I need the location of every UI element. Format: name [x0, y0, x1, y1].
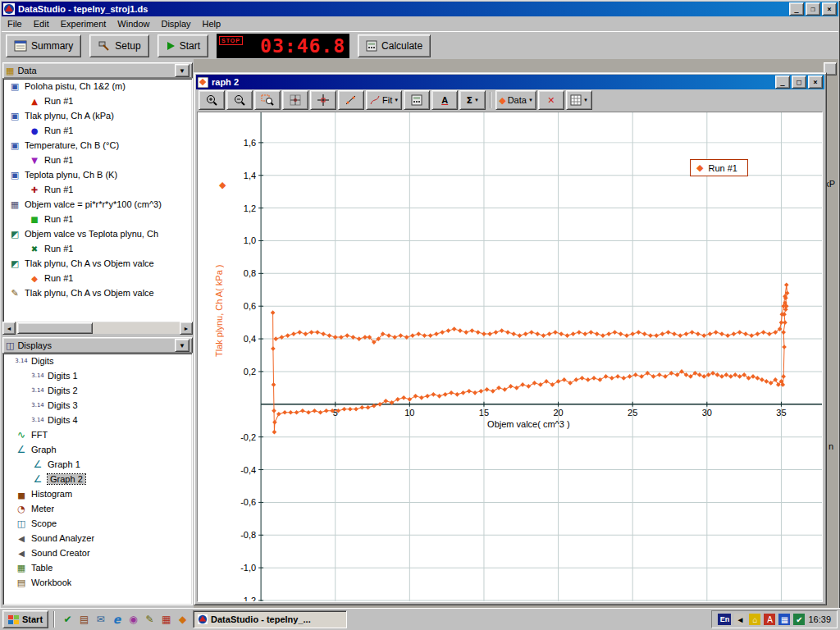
displays-panel-dropdown-button[interactable]: ▼ — [175, 339, 189, 352]
displays-panel-header[interactable]: ◫ Displays ▼ — [2, 337, 193, 354]
run-label: Run #1 — [44, 126, 73, 135]
title-bar[interactable]: DataStudio - tepelny_stroj1.ds _ ❐ × — [2, 2, 838, 16]
zoom-in-button[interactable] — [199, 90, 225, 110]
menu-help[interactable]: Help — [197, 17, 227, 30]
zoom-out-button[interactable] — [226, 90, 253, 110]
menu-file[interactable]: File — [2, 17, 28, 30]
display-child-item[interactable]: 3.14Digits 4 — [3, 413, 192, 427]
scale-to-fit-button[interactable] — [282, 90, 308, 110]
display-child-item[interactable]: 3.14Digits 3 — [3, 398, 192, 413]
data-source-item[interactable]: ▣Poloha pistu, Ch 1&2 (m) — [3, 79, 192, 94]
minimize-icon[interactable]: _ — [789, 2, 804, 16]
display-item[interactable]: ∿FFT — [3, 427, 192, 442]
data-source-item[interactable]: ◩Tlak plynu, Ch A vs Objem valce — [3, 256, 192, 271]
display-child-item[interactable]: 3.14Digits 2 — [3, 383, 192, 398]
data-source-item[interactable]: ✎Tlak plynu, Ch A vs Objem valce — [3, 285, 192, 300]
data-source-item[interactable]: ▦Objem valce = pi*r*r*y*100 (cm^3) — [3, 197, 192, 212]
setup-button[interactable]: Setup — [89, 34, 148, 57]
display-item[interactable]: ◀Sound Creator — [3, 546, 192, 560]
data-source-item[interactable]: ▣Teplota plynu, Ch B (K) — [3, 167, 192, 182]
graph-title-bar[interactable]: raph 2 _ □ × — [196, 75, 824, 89]
menu-bar: FileEditExperimentWindowDisplayHelp — [2, 16, 838, 30]
quicklaunch-icon-8[interactable]: ◆ — [175, 612, 190, 628]
tray-scheduler-icon[interactable]: ⌂ — [749, 614, 760, 625]
display-item[interactable]: ◀Sound Analyzer — [3, 531, 192, 546]
quicklaunch-icon-4[interactable]: e — [109, 612, 125, 628]
chart-legend[interactable]: ◆ Run #1 — [690, 159, 748, 176]
data-source-item[interactable]: ▣Temperature, Ch B (°C) — [3, 138, 192, 153]
scale-to-fit-icon — [289, 94, 302, 107]
display-item[interactable]: 3.14Digits — [3, 354, 192, 368]
display-item[interactable]: ◫Scope — [3, 516, 192, 531]
taskbar-task-button[interactable]: DataStudio - tepelny_... — [193, 610, 347, 628]
graph-minimize-icon[interactable]: _ — [775, 75, 790, 89]
quicklaunch-icon-6[interactable]: ✎ — [142, 612, 158, 628]
data-panel-header[interactable]: ▦ Data ▼ — [2, 62, 193, 79]
slope-tool-button[interactable] — [338, 90, 364, 110]
fit-dropdown[interactable]: Fit ▼ — [366, 90, 402, 110]
summary-button[interactable]: Summary — [6, 34, 81, 57]
remove-button[interactable]: ✕ — [538, 90, 564, 110]
run-item[interactable]: ▲ Run #1 — [3, 94, 192, 108]
chart-area[interactable]: -1,2 -1,0 -0,8 -0,6 -0,4 -0,2 0,2 0,4 0,… — [197, 112, 823, 602]
smart-tool-button[interactable] — [310, 90, 336, 110]
taskbar: Start ✔▤✉e◉✎▦◆ DataStudio - tepelny_... … — [0, 608, 840, 630]
statistics-dropdown[interactable]: Σ ▼ — [459, 90, 486, 110]
graph-calculator-button[interactable] — [404, 90, 430, 110]
quicklaunch-icon-1[interactable]: ✔ — [60, 612, 75, 628]
start-menu-button[interactable]: Start — [2, 610, 48, 628]
display-item[interactable]: ∠Graph — [3, 442, 192, 457]
calculate-button[interactable]: Calculate — [358, 34, 431, 57]
tray-update-icon[interactable]: ✔ — [793, 614, 805, 625]
run-item[interactable]: ■ Run #1 — [3, 212, 192, 226]
graph-close-icon[interactable]: × — [808, 75, 823, 89]
taskbar-clock[interactable]: 16:39 — [808, 614, 831, 624]
run-item[interactable]: ◆ Run #1 — [3, 271, 192, 285]
close-icon[interactable]: × — [822, 2, 837, 16]
tray-display-icon[interactable]: ▦ — [778, 614, 790, 625]
display-item[interactable]: ◔Meter — [3, 501, 192, 516]
display-child-label: Digits 2 — [48, 386, 78, 395]
graph-maximize-icon[interactable]: □ — [792, 75, 806, 89]
text-annotation-button[interactable]: A — [431, 90, 458, 110]
tray-volume-icon[interactable]: ◄ — [734, 614, 746, 625]
run-item[interactable]: ✖ Run #1 — [3, 241, 192, 256]
display-item[interactable]: ▤Workbook — [3, 575, 192, 590]
display-child-item[interactable]: ∠Graph 1 — [3, 457, 192, 472]
quicklaunch-icon-2[interactable]: ▤ — [76, 612, 92, 628]
chart-canvas[interactable]: -1,2 -1,0 -0,8 -0,6 -0,4 -0,2 0,2 0,4 0,… — [198, 112, 822, 601]
run-item[interactable]: ✚ Run #1 — [3, 182, 192, 197]
smart-tool-icon — [317, 94, 330, 107]
quicklaunch-icon-7[interactable]: ▦ — [158, 612, 174, 628]
graph-settings-dropdown[interactable]: ▼ — [566, 90, 592, 110]
quicklaunch-icon-5[interactable]: ◉ — [126, 612, 141, 628]
scroll-right-icon[interactable]: ► — [180, 322, 193, 335]
display-child-item[interactable]: ∠Graph 2 — [3, 472, 192, 486]
workspace: kP n raph 2 _ □ × — [194, 59, 838, 609]
start-button[interactable]: Start — [158, 34, 208, 57]
data-source-item[interactable]: ◩Objem valce vs Teplota plynu, Ch — [3, 226, 192, 241]
run-item[interactable]: ▼ Run #1 — [3, 153, 192, 167]
svg-text:1,2: 1,2 — [244, 203, 256, 213]
scroll-left-icon[interactable]: ◄ — [2, 322, 16, 335]
menu-edit[interactable]: Edit — [28, 17, 55, 30]
display-item[interactable]: ▦Table — [3, 560, 192, 575]
svg-text:0,6: 0,6 — [244, 301, 256, 311]
menu-display[interactable]: Display — [155, 17, 196, 30]
data-dropdown[interactable]: ◆ Data ▼ — [495, 90, 536, 110]
data-panel-dropdown-button[interactable]: ▼ — [175, 64, 189, 77]
data-source-item[interactable]: ▣Tlak plynu, Ch A (kPa) — [3, 108, 192, 123]
data-tree-hscrollbar[interactable]: ◄ ► — [2, 322, 193, 334]
display-item[interactable]: ▅Histogram — [3, 486, 192, 501]
tray-antivirus-icon[interactable]: A — [764, 614, 775, 625]
maximize-icon[interactable]: ❐ — [806, 2, 820, 16]
quicklaunch-icon-3[interactable]: ✉ — [93, 612, 108, 628]
zoom-select-button[interactable] — [254, 90, 281, 110]
menu-window[interactable]: Window — [112, 17, 155, 30]
menu-experiment[interactable]: Experiment — [55, 17, 112, 30]
digits-icon: 3.14 — [31, 372, 44, 379]
run-item[interactable]: ● Run #1 — [3, 123, 192, 138]
scrollbar-thumb[interactable] — [17, 322, 93, 334]
display-child-item[interactable]: 3.14Digits 1 — [3, 368, 192, 383]
keyboard-layout-indicator[interactable]: En — [718, 614, 731, 625]
